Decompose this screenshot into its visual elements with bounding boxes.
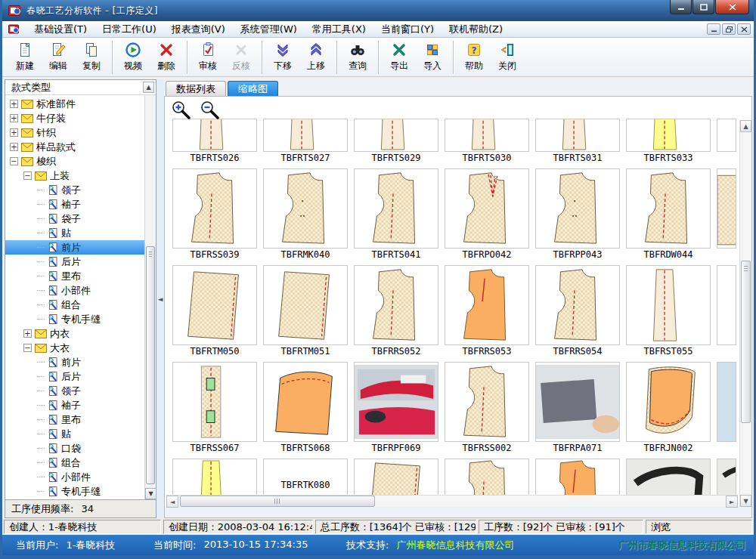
expand-box-icon[interactable]: + (10, 143, 18, 151)
thumbnail-image[interactable] (445, 362, 529, 442)
thumbnail-TBFRTS041[interactable]: TBFRTS041 (354, 168, 438, 261)
menu-item-报表查询(V)[interactable]: 报表查询(V) (164, 21, 233, 37)
toolbar-button-新建[interactable]: 新建 (9, 40, 41, 75)
tree-item-后片[interactable]: 后片 (5, 255, 144, 269)
vertical-scrollbar[interactable]: ▲ ▼ (739, 120, 751, 507)
tree-item-领子[interactable]: 领子 (5, 384, 144, 398)
tree-item-上装[interactable]: −上装 (5, 168, 144, 183)
toolbar-button-编辑[interactable]: 编辑 (42, 40, 74, 75)
tree-item-内衣[interactable]: +内衣 (5, 326, 144, 341)
mdi-restore-button[interactable] (722, 23, 736, 35)
scroll-right-button[interactable]: ► (726, 496, 738, 508)
tree-item-标准部件[interactable]: +标准部件 (5, 97, 144, 111)
thumbnail-TBFRTM051[interactable]: TBFRTM051 (263, 265, 348, 357)
thumbnail-image[interactable] (535, 168, 620, 249)
thumbnail-TBFRSS039[interactable]: TBFRSS039 (172, 168, 257, 261)
menu-item-系统管理(W)[interactable]: 系统管理(W) (233, 21, 305, 37)
tree-item-领子[interactable]: 领子 (5, 183, 144, 197)
mdi-minimize-button[interactable] (707, 23, 720, 35)
thumbnail-TBFRSS002[interactable]: TBFRSS002 (445, 362, 529, 454)
thumbnail-TBFRPA071[interactable]: TBFRPA071 (535, 362, 620, 454)
splitter-collapse-icon[interactable]: ◄ (158, 295, 163, 303)
window-maximize-button[interactable] (692, 0, 714, 14)
tree-item-贴[interactable]: 贴 (5, 226, 144, 240)
tab-缩略图[interactable]: 缩略图 (228, 81, 278, 96)
thumbnail-image[interactable] (354, 119, 438, 152)
menu-item-基础设置(T)[interactable]: 基础设置(T) (26, 21, 94, 37)
toolbar-button-复制[interactable]: 复制 (76, 40, 107, 75)
thumbnail-TBFRTS031[interactable]: TBFRTS031 (535, 119, 620, 164)
toolbar-button-视频[interactable]: 视频 (117, 40, 149, 75)
thumbnail-TBFRPO042[interactable]: TBFRPO042 (445, 168, 529, 261)
thumbnail-image[interactable] (535, 265, 620, 345)
thumbnail-TBFRTS026[interactable]: TBFRTS026 (172, 119, 257, 164)
tree-item-前片[interactable]: 前片 (5, 355, 144, 369)
thumbnail-TBFRMK040[interactable]: TBFRMK040 (263, 168, 348, 261)
thumbnail-image[interactable] (445, 168, 529, 249)
thumbnail-image[interactable] (172, 362, 257, 442)
window-close-button[interactable] (715, 0, 749, 14)
tree-item-针织[interactable]: +针织 (5, 125, 144, 140)
toolbar-button-导入[interactable]: 导入 (417, 40, 448, 75)
toolbar-button-帮助[interactable]: ?帮助 (458, 40, 490, 75)
horizontal-scrollbar[interactable]: ◄ ► (166, 495, 738, 507)
zoom-in-button[interactable] (171, 100, 192, 121)
thumbnail-TBFRSS067[interactable]: TBFRSS067 (172, 362, 257, 454)
collapse-box-icon[interactable]: − (10, 157, 18, 165)
thumbnail-image[interactable] (263, 119, 348, 152)
thumbnail-image[interactable] (354, 362, 438, 442)
tree-item-贴[interactable]: 贴 (5, 427, 144, 441)
thumbnail-TBFRPF069[interactable]: TBFRPF069 (354, 362, 438, 454)
thumbnail-image[interactable] (263, 168, 348, 249)
window-minimize-button[interactable] (670, 0, 692, 14)
tree-item-袋子[interactable]: 袋子 (5, 212, 144, 226)
tree-item-里布[interactable]: 里布 (5, 269, 144, 283)
tab-数据列表[interactable]: 数据列表 (166, 81, 226, 96)
tree-scrollbar-thumb[interactable] (146, 246, 155, 484)
thumbnail-image[interactable] (172, 119, 257, 152)
scroll-left-button[interactable]: ◄ (166, 496, 178, 508)
toolbar-button-审核[interactable]: 审核 (192, 40, 224, 75)
tree-item-袖子[interactable]: 袖子 (5, 398, 144, 412)
vertical-scrollbar-thumb[interactable] (741, 261, 751, 423)
tree-item-专机手缝[interactable]: 专机手缝 (5, 484, 144, 499)
collapse-box-icon[interactable]: − (23, 171, 32, 180)
thumbnail-TBFRPP043[interactable]: TBFRPP043 (535, 168, 620, 261)
thumbnail-TBFRJN002[interactable]: TBFRJN002 (626, 362, 711, 454)
toolbar-button-删除[interactable]: 删除 (150, 40, 182, 75)
tree-item-组合[interactable]: 组合 (5, 456, 144, 470)
tree-item-袖子[interactable]: 袖子 (5, 197, 144, 212)
tree-item-前片[interactable]: 前片 (5, 240, 144, 255)
thumbnail-image[interactable] (626, 362, 711, 442)
splitter[interactable]: ◄ (156, 79, 164, 518)
thumbnail-TBFRRS052[interactable]: TBFRRS052 (354, 265, 438, 357)
thumbnail-image[interactable] (535, 119, 620, 152)
toolbar-button-导出[interactable]: 导出 (383, 40, 415, 75)
expand-box-icon[interactable]: + (10, 114, 18, 122)
thumbnail-image[interactable] (626, 265, 711, 345)
tree-item-小部件[interactable]: 小部件 (5, 470, 144, 484)
thumbnail-image[interactable] (172, 168, 257, 249)
thumbnail-image[interactable] (354, 168, 438, 249)
thumbnail-TBFRST055[interactable]: TBFRST055 (626, 265, 711, 357)
thumbnail-image[interactable] (626, 119, 711, 152)
tree-item-大衣[interactable]: −大衣 (5, 341, 144, 355)
menu-item-联机帮助(Z)[interactable]: 联机帮助(Z) (442, 21, 510, 37)
toolbar-button-上移[interactable]: 上移 (300, 40, 332, 75)
toolbar-button-下移[interactable]: 下移 (267, 40, 299, 75)
tree-item-后片[interactable]: 后片 (5, 369, 144, 384)
tree-scroll-up-button[interactable]: ▲ (143, 82, 154, 93)
tree-item-小部件[interactable]: 小部件 (5, 283, 144, 298)
tree-item-样品款式[interactable]: +样品款式 (5, 140, 144, 154)
thumbnail-image[interactable] (445, 265, 529, 345)
horizontal-scrollbar-thumb[interactable] (180, 496, 375, 507)
thumbnail-image[interactable] (445, 119, 529, 152)
expand-box-icon[interactable]: + (23, 329, 32, 338)
thumbnail-TBFRTS033[interactable]: TBFRTS033 (626, 119, 711, 164)
mdi-close-button[interactable] (737, 23, 751, 35)
toolbar-button-关闭[interactable]: 关闭 (491, 40, 523, 75)
thumbnail-image[interactable] (172, 265, 257, 345)
thumbnail-TBFRRS053[interactable]: TBFRRS053 (445, 265, 529, 357)
thumbnail-TBFRTS027[interactable]: TBFRTS027 (263, 119, 348, 164)
expand-box-icon[interactable]: + (10, 100, 18, 108)
